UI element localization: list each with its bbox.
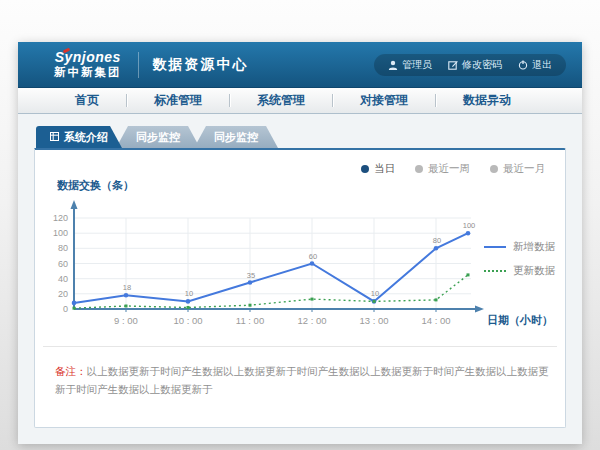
- svg-text:60: 60: [58, 259, 68, 269]
- svg-text:13 : 00: 13 : 00: [359, 315, 388, 326]
- dotted-line-icon: [484, 270, 506, 272]
- change-password-label: 修改密码: [462, 58, 502, 72]
- tab-sync-monitor-1[interactable]: 同步监控: [116, 126, 200, 148]
- tab-label: 同步监控: [214, 130, 258, 145]
- svg-text:60: 60: [309, 252, 317, 261]
- svg-text:日期（小时）: 日期（小时）: [487, 314, 553, 327]
- chart-y-axis-title: 数据交换（条）: [57, 178, 557, 194]
- content-area: 系统介绍 同步监控 同步监控 当日 最: [18, 114, 582, 444]
- footnote-prefix: 备注：: [55, 365, 87, 377]
- svg-text:9 : 00: 9 : 00: [114, 315, 138, 326]
- period-filter: 当日 最近一周 最近一月: [43, 158, 557, 176]
- main-nav: 首页 标准管理 系统管理 对接管理 数据异动: [18, 88, 582, 114]
- svg-text:10: 10: [185, 289, 193, 298]
- svg-text:12 : 00: 12 : 00: [297, 315, 326, 326]
- tab-system-intro[interactable]: 系统介绍: [36, 126, 122, 148]
- power-icon: [518, 60, 528, 70]
- logo-subtitle: 新中新集团: [54, 65, 122, 79]
- legend-label: 新增数据: [513, 240, 555, 254]
- user-icon: [388, 60, 398, 70]
- radio-label: 当日: [374, 162, 395, 176]
- tab-label: 同步监控: [136, 130, 180, 145]
- svg-text:80: 80: [58, 243, 68, 253]
- legend-label: 更新数据: [513, 264, 555, 278]
- header-divider: [138, 52, 139, 78]
- svg-text:10: 10: [371, 289, 379, 298]
- svg-text:35: 35: [247, 271, 255, 280]
- svg-text:20: 20: [58, 289, 68, 299]
- legend-item-new-data[interactable]: 新增数据: [484, 240, 555, 254]
- nav-item-home[interactable]: 首页: [48, 88, 126, 113]
- tab-sync-monitor-2[interactable]: 同步监控: [194, 126, 278, 148]
- radio-last-week[interactable]: 最近一周: [415, 162, 470, 176]
- logout-button[interactable]: 退出: [518, 58, 552, 72]
- chart-panel: 当日 最近一周 最近一月 数据交换（条） 0204060801001209 : …: [34, 148, 566, 428]
- page: Synjones 新中新集团 数据资源中心 管理员 修改密码 退出: [0, 42, 600, 450]
- user-toolbar: 管理员 修改密码 退出: [374, 54, 566, 76]
- grid-icon: [50, 131, 59, 143]
- radio-label: 最近一周: [428, 162, 470, 176]
- nav-item-interface-mgmt[interactable]: 对接管理: [333, 88, 435, 113]
- radio-dot-icon: [415, 165, 423, 173]
- chart-legend: 新增数据 更新数据: [484, 240, 555, 278]
- svg-text:10 : 00: 10 : 00: [173, 315, 202, 326]
- user-label: 管理员: [402, 58, 432, 72]
- svg-text:0: 0: [63, 304, 68, 314]
- app-title: 数据资源中心: [153, 56, 249, 74]
- radio-dot-icon: [361, 165, 369, 173]
- svg-text:11 : 00: 11 : 00: [236, 315, 264, 326]
- user-menu[interactable]: 管理员: [388, 58, 432, 72]
- radio-dot-icon: [490, 165, 498, 173]
- chart-container: 0204060801001209 : 0010 : 0011 : 0012 : …: [47, 194, 557, 334]
- tab-bar: 系统介绍 同步监控 同步监控: [36, 126, 566, 148]
- radio-last-month[interactable]: 最近一月: [490, 162, 545, 176]
- app-header: Synjones 新中新集团 数据资源中心 管理员 修改密码 退出: [18, 42, 582, 88]
- svg-text:14 : 00: 14 : 00: [421, 315, 450, 326]
- footnote: 备注：以上数据更新于时间产生数据以上数据更新于时间产生数据以上数据更新于时间产生…: [43, 346, 557, 397]
- footnote-text: 以上数据更新于时间产生数据以上数据更新于时间产生数据以上数据更新于时间产生数据以…: [55, 365, 549, 395]
- nav-item-standard-mgmt[interactable]: 标准管理: [127, 88, 229, 113]
- solid-line-icon: [484, 246, 506, 248]
- svg-text:80: 80: [433, 236, 441, 245]
- svg-text:100: 100: [463, 221, 476, 230]
- logout-label: 退出: [532, 58, 552, 72]
- svg-text:100: 100: [53, 228, 68, 238]
- svg-text:120: 120: [53, 213, 68, 223]
- edit-icon: [448, 60, 458, 70]
- svg-text:18: 18: [123, 283, 131, 292]
- change-password-button[interactable]: 修改密码: [448, 58, 502, 72]
- radio-label: 最近一月: [503, 162, 545, 176]
- svg-text:40: 40: [58, 274, 68, 284]
- legend-item-update-data[interactable]: 更新数据: [484, 264, 555, 278]
- app-window: Synjones 新中新集团 数据资源中心 管理员 修改密码 退出: [18, 42, 582, 444]
- nav-item-system-mgmt[interactable]: 系统管理: [230, 88, 332, 113]
- radio-today[interactable]: 当日: [361, 162, 395, 176]
- brand-logo: Synjones 新中新集团: [54, 50, 122, 79]
- tab-label: 系统介绍: [64, 130, 108, 145]
- nav-item-data-change[interactable]: 数据异动: [436, 88, 538, 113]
- line-chart: 0204060801001209 : 0010 : 0011 : 0012 : …: [47, 194, 559, 334]
